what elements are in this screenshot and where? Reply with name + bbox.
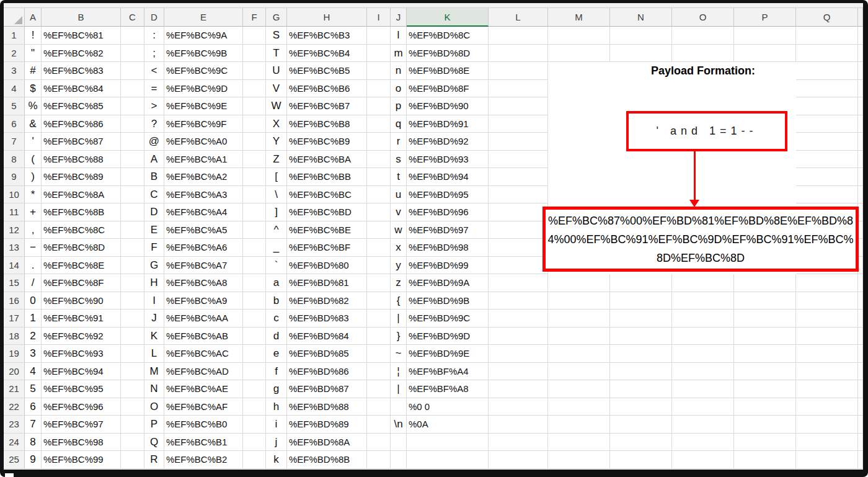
cell-G8[interactable]: Z	[266, 151, 287, 169]
cell-K7[interactable]: %EF%BD%92	[407, 133, 489, 151]
cell-J19[interactable]: ~	[391, 345, 407, 363]
cell-Q20[interactable]	[796, 363, 858, 381]
cell-F4[interactable]	[243, 80, 266, 98]
cell-D8[interactable]: A	[144, 151, 164, 169]
cell-L11[interactable]	[489, 203, 548, 221]
cell-D23[interactable]: P	[144, 416, 164, 434]
cell-H11[interactable]: %EF%BC%BD	[287, 203, 367, 221]
cell-J17[interactable]: |	[391, 310, 407, 328]
cell-C18[interactable]	[121, 328, 144, 345]
cell-H20[interactable]: %EF%BD%86	[287, 363, 367, 381]
cell-F24[interactable]	[243, 434, 266, 452]
cell-L18[interactable]	[489, 328, 548, 345]
cell-D1[interactable]: :	[144, 27, 164, 45]
cell-E16[interactable]: %EF%BC%A9	[164, 292, 243, 310]
cell-L15[interactable]	[489, 274, 548, 292]
cell-K22[interactable]: %0 0	[407, 398, 489, 416]
cell-M24[interactable]	[548, 434, 610, 452]
cell-K9[interactable]: %EF%BD%94	[407, 168, 489, 186]
cell-A25[interactable]: 9	[25, 451, 42, 469]
row-header-7[interactable]: 7	[4, 133, 25, 151]
cell-B18[interactable]: %EF%BC%92	[42, 328, 121, 345]
row-header-6[interactable]: 6	[4, 115, 25, 133]
cell-G20[interactable]: f	[266, 363, 287, 381]
cell-D14[interactable]: G	[144, 257, 164, 275]
cell-E25[interactable]: %EF%BC%B2	[164, 451, 243, 469]
cell-F10[interactable]	[243, 186, 266, 204]
cell-E3[interactable]: %EF%BC%9C	[164, 62, 243, 80]
cell-H14[interactable]: %EF%BD%80	[287, 257, 367, 275]
cell-J10[interactable]: u	[391, 186, 407, 204]
cell-J23[interactable]: \n	[391, 416, 407, 434]
cell-I13[interactable]	[367, 239, 391, 257]
cell-B23[interactable]: %EF%BC%97	[42, 416, 121, 434]
cell-Q23[interactable]	[796, 416, 858, 434]
column-header-O[interactable]: O	[672, 8, 734, 27]
cell-G1[interactable]: S	[266, 27, 287, 45]
cell-G9[interactable]: [	[266, 168, 287, 186]
cell-B12[interactable]: %EF%BC%8C	[42, 221, 121, 239]
cell-I6[interactable]	[367, 115, 391, 133]
payload-encoded-box[interactable]: %EF%BC%87%00%EF%BD%81%EF%BD%8E%EF%BD%8 4…	[542, 207, 859, 272]
cell-C25[interactable]	[121, 451, 144, 469]
cell-F15[interactable]	[243, 274, 266, 292]
row-header-14[interactable]: 14	[4, 257, 25, 275]
cell-Q17[interactable]	[796, 310, 858, 328]
row-header-3[interactable]: 3	[4, 62, 25, 80]
cell-A19[interactable]: 3	[25, 345, 42, 363]
cell-F3[interactable]	[243, 62, 266, 80]
cell-G11[interactable]: ]	[266, 203, 287, 221]
cell-A21[interactable]: 5	[25, 380, 42, 398]
cell-C14[interactable]	[121, 257, 144, 275]
cell-D11[interactable]: D	[144, 203, 164, 221]
cell-N17[interactable]	[610, 310, 672, 328]
cell-M23[interactable]	[548, 416, 610, 434]
cell-L10[interactable]	[489, 186, 548, 204]
cell-D24[interactable]: Q	[144, 434, 164, 452]
cell-F14[interactable]	[243, 257, 266, 275]
cell-N1[interactable]	[610, 27, 672, 45]
cell-F8[interactable]	[243, 151, 266, 169]
cell-Q25[interactable]	[796, 451, 858, 469]
cell-P1[interactable]	[734, 27, 796, 45]
cell-C5[interactable]	[121, 97, 144, 115]
cell-D5[interactable]: >	[144, 97, 164, 115]
cell-C12[interactable]	[121, 221, 144, 239]
cell-J16[interactable]: {	[391, 292, 407, 310]
cell-C20[interactable]	[121, 363, 144, 381]
cell-I14[interactable]	[367, 257, 391, 275]
cell-J6[interactable]: q	[391, 115, 407, 133]
cell-L17[interactable]	[489, 310, 548, 328]
cell-L25[interactable]	[489, 451, 548, 469]
cell-M21[interactable]	[548, 380, 610, 398]
cell-P17[interactable]	[734, 310, 796, 328]
cell-I17[interactable]	[367, 310, 391, 328]
cell-H23[interactable]: %EF%BD%89	[287, 416, 367, 434]
cell-P23[interactable]	[734, 416, 796, 434]
cell-G12[interactable]: ^	[266, 221, 287, 239]
cell-L24[interactable]	[489, 434, 548, 452]
cell-C13[interactable]	[121, 239, 144, 257]
row-header-24[interactable]: 24	[4, 434, 25, 452]
cell-P16[interactable]	[734, 292, 796, 310]
cell-J1[interactable]: l	[391, 27, 407, 45]
cell-N18[interactable]	[610, 328, 672, 345]
cell-H1[interactable]: %EF%BC%B3	[287, 27, 367, 45]
column-header-N[interactable]: N	[610, 8, 672, 27]
cell-J21[interactable]: |	[391, 380, 407, 398]
cell-M22[interactable]	[548, 398, 610, 416]
column-header-M[interactable]: M	[548, 8, 610, 27]
cell-K4[interactable]: %EF%BD%8F	[407, 80, 489, 98]
cell-K8[interactable]: %EF%BD%93	[407, 151, 489, 169]
cell-K20[interactable]: %EF%BF%A4	[407, 363, 489, 381]
cell-H24[interactable]: %EF%BD%8A	[287, 434, 367, 452]
cell-D4[interactable]: =	[144, 80, 164, 98]
cell-A13[interactable]: −	[25, 239, 42, 257]
cell-P20[interactable]	[734, 363, 796, 381]
cell-G14[interactable]: `	[266, 257, 287, 275]
cell-F22[interactable]	[243, 398, 266, 416]
column-header-B[interactable]: B	[42, 8, 121, 27]
row-header-25[interactable]: 25	[4, 451, 25, 469]
cell-K10[interactable]: %EF%BD%95	[407, 186, 489, 204]
cell-J8[interactable]: s	[391, 151, 407, 169]
